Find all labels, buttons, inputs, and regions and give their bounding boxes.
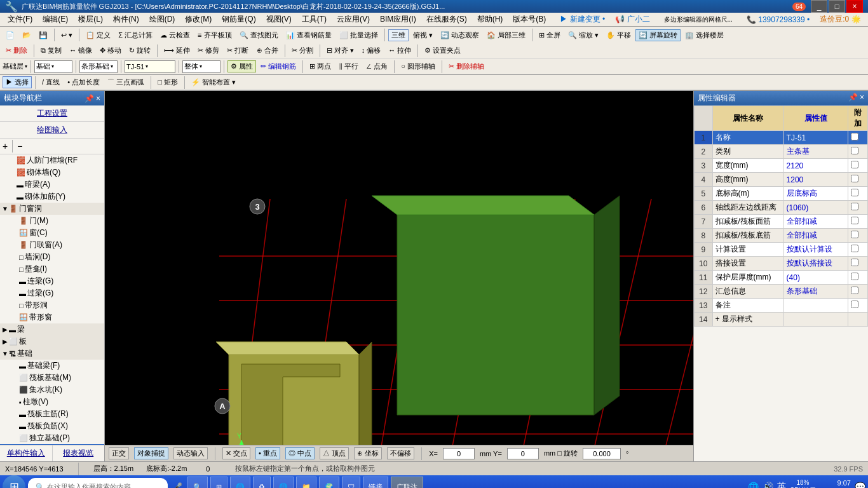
tb-3d[interactable]: 三维 xyxy=(388,29,409,41)
tree-item-stripopening[interactable]: □ 带形洞 xyxy=(0,299,104,311)
tb-extend[interactable]: ⟼ 延伸 xyxy=(161,44,193,57)
prop-checkbox-9[interactable] xyxy=(851,259,858,266)
menu-item-phone[interactable]: 📞 13907298339 • xyxy=(742,14,815,25)
menu-item-online[interactable]: 在线服务(S) xyxy=(421,13,472,26)
drawing-input-link[interactable]: 绘图输入 xyxy=(0,122,104,139)
tb-break[interactable]: ✂ 打断 xyxy=(224,44,252,57)
view-combo[interactable]: 整体 ▾ xyxy=(182,60,220,73)
tb-batch[interactable]: ⬜ 批量选择 xyxy=(336,29,381,41)
tb-rotate[interactable]: 🔄 屏幕旋转 xyxy=(635,29,681,41)
tb-angpoint[interactable]: ∠ 点角 xyxy=(363,60,391,72)
y-input[interactable] xyxy=(507,448,539,459)
start-button[interactable]: ⊞ xyxy=(3,475,25,488)
mode-nooffset[interactable]: 不偏移 xyxy=(387,447,414,459)
prop-checkbox-0[interactable] xyxy=(851,133,858,140)
shape-combo[interactable]: 条形基础 ▾ xyxy=(79,60,118,73)
tree-item-isofound[interactable]: ⬜ 独立基础(P) xyxy=(0,432,104,444)
tb-find[interactable]: 🔍 查找图元 xyxy=(236,29,281,41)
menu-item-help[interactable]: 帮助(H) xyxy=(472,13,508,26)
tb-mirror[interactable]: ↔ 镜像 xyxy=(66,44,95,57)
prop-value-5[interactable]: (1060) xyxy=(783,201,848,215)
prop-checkbox-8[interactable] xyxy=(851,245,858,252)
taskbar-mic[interactable]: 🎤 xyxy=(170,480,185,488)
tree-tool-add[interactable]: + xyxy=(3,141,8,151)
mode-orthogonal[interactable]: 正交 xyxy=(109,447,129,459)
menu-item-component[interactable]: 构件(N) xyxy=(108,13,144,26)
tb-line[interactable]: / 直线 xyxy=(39,76,63,88)
prop-checkbox-10[interactable] xyxy=(851,273,858,280)
ime-icon[interactable]: 英 xyxy=(777,481,786,488)
prop-value-9[interactable]: 按默认搭接设 xyxy=(783,257,848,271)
tb-dynamic[interactable]: 🔄 动态观察 xyxy=(437,29,482,41)
tree-tool-minus[interactable]: − xyxy=(17,141,22,151)
tb-define[interactable]: 📋 定义 xyxy=(83,29,114,41)
x-input[interactable] xyxy=(443,448,475,459)
notification-icon[interactable]: 💬 xyxy=(855,482,865,488)
tb-selectfloor[interactable]: 🏢 选择楼层 xyxy=(682,29,727,41)
tree-item-niche[interactable]: □ 壁龛(I) xyxy=(0,263,104,275)
mode-midpoint[interactable]: • 重点 xyxy=(255,447,280,459)
layer-combo[interactable]: 基础 ▾ xyxy=(34,60,72,73)
tree-item-window[interactable]: 🪟 窗(C) xyxy=(0,227,104,239)
tb-fullscreen[interactable]: ⊞ 全屏 xyxy=(536,29,564,41)
tb-ptlength[interactable]: • 点加长度 xyxy=(64,76,103,88)
tb-split[interactable]: ✂ 分割 xyxy=(288,44,316,57)
menu-item-file[interactable]: 文件(F) xyxy=(3,13,37,26)
tb-merge[interactable]: ⊕ 合并 xyxy=(254,44,281,57)
mode-vertex[interactable]: △ 顶点 xyxy=(320,447,349,459)
menu-item-price[interactable]: 造价豆:0 🌟 xyxy=(815,13,865,26)
taskbar-app-ie[interactable]: 🌐 xyxy=(230,477,250,488)
close-btn[interactable]: × xyxy=(846,0,863,13)
menu-item-polygon[interactable]: 多边形编辑器的网格尺... xyxy=(659,14,738,25)
menu-item-guangxiao2[interactable]: 📢 广小二 xyxy=(610,13,654,26)
tree-item-doorwindow-group[interactable]: ▼ 🚪 门窗洞 xyxy=(0,203,104,215)
element-combo[interactable]: TJ-51 ▾ xyxy=(125,60,175,73)
tree-item-rfwall[interactable]: 🧱 人防门框墙(RF xyxy=(0,154,104,166)
tree-item-wallopening[interactable]: □ 墙洞(D) xyxy=(0,251,104,263)
tree-container[interactable]: 🧱 人防门框墙(RF 🧱 砌体墙(Q) ▬ 暗梁(A) xyxy=(0,154,104,445)
tree-item-raftfound[interactable]: ⬜ 筏板基础(M) xyxy=(0,372,104,384)
tb-parallel[interactable]: ∥ 平行 xyxy=(336,60,362,72)
tb-copy[interactable]: ⧉ 复制 xyxy=(37,44,65,57)
prop-value-7[interactable]: 全部扣减 xyxy=(783,229,848,243)
tb-twopts[interactable]: ⊞ 两点 xyxy=(306,60,334,72)
prop-value-13[interactable] xyxy=(783,313,848,327)
prop-checkbox-2[interactable] xyxy=(851,161,858,168)
prop-value-2[interactable]: 2120 xyxy=(783,159,848,173)
menu-item-version[interactable]: 版本号(B) xyxy=(508,13,551,26)
tb-open[interactable]: 📂 xyxy=(19,30,34,41)
taskbar-app-search[interactable]: 🔍 xyxy=(187,477,208,488)
network-icon[interactable]: 🌐 xyxy=(748,482,759,488)
mode-intersect[interactable]: ✕ 交点 xyxy=(222,447,250,459)
tree-item-columncap[interactable]: ▪ 柱墩(V) xyxy=(0,396,104,408)
tb-calc[interactable]: Σ 汇总计算 xyxy=(115,29,156,41)
tb-pan[interactable]: ✋ 平移 xyxy=(603,29,634,41)
prop-value-11[interactable]: 条形基础 xyxy=(783,285,848,299)
project-setup-link[interactable]: 工程设置 xyxy=(0,105,104,122)
minimize-btn[interactable]: _ xyxy=(811,0,827,13)
tb-properties[interactable]: ⚙ 属性 xyxy=(227,60,256,72)
props-float-btn[interactable]: 📌 xyxy=(848,93,858,104)
prop-value-0[interactable]: TJ-51 xyxy=(783,131,848,145)
tree-item-masonryrebar[interactable]: ▬ 砌体加筋(Y) xyxy=(0,191,104,203)
menu-item-modify[interactable]: 修改(M) xyxy=(180,13,217,26)
tb-offset[interactable]: ↕ 偏移 xyxy=(358,44,384,57)
tb-select[interactable]: ▶ 选择 xyxy=(3,76,32,88)
tb-view-rebar[interactable]: 📊 查看钢筋量 xyxy=(283,29,335,41)
viewport[interactable]: 3 A X Y xyxy=(105,91,693,461)
tree-item-couplingbeam[interactable]: ▬ 连梁(G) xyxy=(0,275,104,287)
menu-item-floor[interactable]: 楼层(L) xyxy=(73,13,108,26)
taskbar-app-ie3[interactable]: 🌐 xyxy=(273,477,294,488)
menu-item-view[interactable]: 视图(V) xyxy=(261,13,297,26)
tree-item-sumppit[interactable]: ⬛ 集水坑(K) xyxy=(0,384,104,396)
prop-checkbox-5[interactable] xyxy=(851,203,858,210)
tree-item-beam-group[interactable]: ▶ ▬ 梁 xyxy=(0,323,104,336)
tree-item-stripwindow[interactable]: 🪟 带形窗 xyxy=(0,311,104,323)
prop-value-12[interactable] xyxy=(783,299,848,313)
menu-item-edit[interactable]: 编辑(E) xyxy=(37,13,73,26)
taskbar-search[interactable]: 🔍 在这里输入你要搜索的内容 xyxy=(28,478,168,488)
tb-zoom[interactable]: 🔍 缩放 ▾ xyxy=(565,29,602,41)
taskbar-app-ie2[interactable]: ♻ xyxy=(253,477,271,488)
tb-undo[interactable]: ↩ ▾ xyxy=(58,30,76,41)
tree-item-rafttopbar[interactable]: ▬ 筏板主筋(R) xyxy=(0,408,104,420)
